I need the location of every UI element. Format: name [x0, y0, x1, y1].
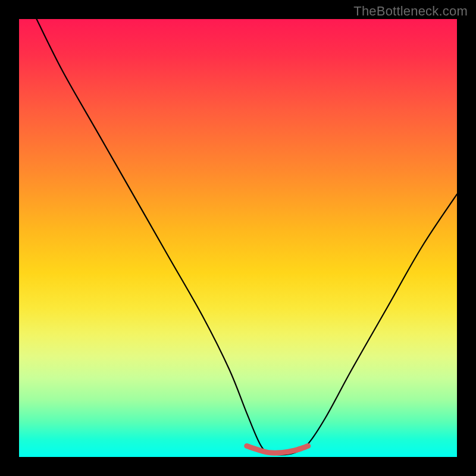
watermark-text: TheBottleneck.com — [353, 4, 468, 19]
floor-marker — [247, 446, 308, 453]
chart-frame: TheBottleneck.com — [0, 0, 476, 476]
curve-svg — [19, 19, 457, 457]
plot-area — [19, 19, 457, 457]
bottleneck-curve — [36, 19, 457, 455]
